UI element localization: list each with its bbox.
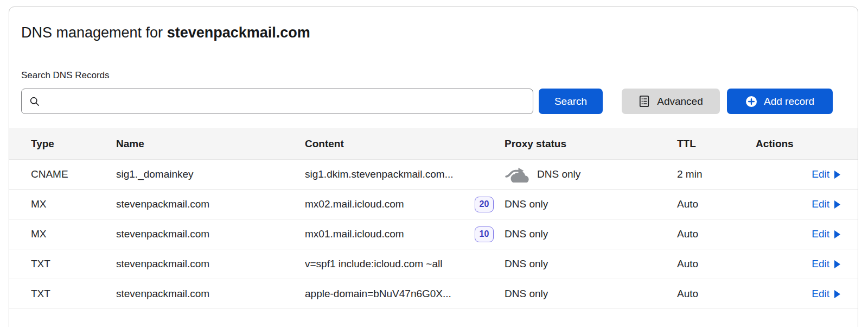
table-body: CNAME sig1._domainkey sig1.dkim.stevenpa… — [9, 160, 858, 309]
search-button[interactable]: Search — [539, 89, 603, 114]
dns-records-table: Type Name Content Proxy status TTL Actio… — [9, 128, 858, 309]
proxy-status-cell: DNS only — [505, 258, 677, 270]
edit-caret-icon — [834, 290, 840, 298]
edit-link[interactable]: Edit — [812, 258, 840, 270]
record-content: sig1.dkim.stevenpackmail.com... — [305, 168, 505, 180]
add-record-button[interactable]: Add record — [727, 89, 833, 114]
actions-cell: Edit — [756, 198, 840, 210]
edit-caret-icon — [834, 200, 840, 209]
dns-only-cloud-icon — [505, 166, 529, 183]
edit-link[interactable]: Edit — [812, 228, 840, 240]
edit-link-label: Edit — [812, 228, 829, 240]
advanced-button[interactable]: Advanced — [622, 89, 720, 114]
add-record-button-label: Add record — [764, 96, 814, 108]
record-ttl: Auto — [677, 258, 756, 270]
search-input-box[interactable] — [21, 89, 533, 114]
edit-caret-icon — [834, 171, 840, 179]
actions-cell: Edit — [756, 228, 840, 240]
record-content-text: mx02.mail.icloud.com — [305, 198, 404, 210]
plus-circle-icon — [745, 96, 757, 108]
record-name: stevenpackmail.com — [116, 228, 305, 240]
edit-link-label: Edit — [812, 288, 829, 300]
page-title: DNS management for stevenpackmail.com — [21, 23, 858, 42]
domain-name: stevenpackmail.com — [167, 24, 310, 41]
edit-link[interactable]: Edit — [812, 198, 840, 210]
column-header-ttl: TTL — [677, 138, 756, 150]
search-label: Search DNS Records — [21, 70, 858, 81]
edit-link[interactable]: Edit — [812, 288, 840, 300]
record-ttl: Auto — [677, 228, 756, 240]
record-type: TXT — [31, 258, 116, 270]
record-type: MX — [31, 198, 116, 210]
edit-caret-icon — [834, 230, 840, 238]
record-name: sig1._domainkey — [116, 168, 305, 180]
proxy-status-text: DNS only — [505, 258, 548, 270]
actions-cell: Edit — [756, 258, 840, 270]
proxy-status-text: DNS only — [505, 228, 548, 240]
table-header-row: Type Name Content Proxy status TTL Actio… — [9, 128, 858, 160]
dns-management-card: DNS management for stevenpackmail.com Se… — [9, 7, 858, 327]
table-row: TXT stevenpackmail.com apple-domain=bNuV… — [9, 279, 858, 309]
edit-link-label: Edit — [812, 258, 829, 270]
search-input[interactable] — [46, 95, 525, 108]
record-ttl: Auto — [677, 288, 756, 300]
edit-link-label: Edit — [812, 198, 829, 210]
edit-link[interactable]: Edit — [812, 168, 840, 180]
record-ttl: 2 min — [677, 168, 756, 180]
record-type: TXT — [31, 288, 116, 300]
record-content-text: apple-domain=bNuV47n6G0X... — [305, 288, 451, 300]
record-content: apple-domain=bNuV47n6G0X... — [305, 288, 505, 300]
column-header-name: Name — [116, 138, 305, 150]
list-document-icon — [639, 95, 650, 108]
column-header-proxy-status: Proxy status — [505, 138, 677, 150]
proxy-status-cell: DNS only — [505, 288, 677, 300]
record-name: stevenpackmail.com — [116, 198, 305, 210]
record-type: MX — [31, 228, 116, 240]
record-content: mx02.mail.icloud.com 20 — [305, 197, 505, 212]
table-row: CNAME sig1._domainkey sig1.dkim.stevenpa… — [9, 160, 858, 190]
search-controls-row: Search Advanced Add record — [21, 89, 846, 114]
advanced-button-label: Advanced — [657, 96, 703, 108]
actions-cell: Edit — [756, 168, 840, 180]
proxy-status-cell: DNS only — [505, 228, 677, 240]
table-row: MX stevenpackmail.com mx02.mail.icloud.c… — [9, 190, 858, 219]
table-row: MX stevenpackmail.com mx01.mail.icloud.c… — [9, 219, 858, 249]
record-name: stevenpackmail.com — [116, 258, 305, 270]
actions-cell: Edit — [756, 288, 840, 300]
magnifier-icon — [29, 96, 40, 107]
table-row: TXT stevenpackmail.com v=spf1 include:ic… — [9, 249, 858, 279]
record-type: CNAME — [31, 168, 116, 180]
proxy-status-text: DNS only — [537, 168, 580, 180]
column-header-content: Content — [305, 138, 505, 150]
record-content: v=spf1 include:icloud.com ~all — [305, 258, 505, 270]
proxy-status-text: DNS only — [505, 288, 548, 300]
proxy-status-cell: DNS only — [505, 198, 677, 210]
proxy-status-cell: DNS only — [505, 166, 677, 183]
record-content-text: sig1.dkim.stevenpackmail.com... — [305, 168, 454, 180]
column-header-type: Type — [31, 138, 116, 150]
record-name: stevenpackmail.com — [116, 288, 305, 300]
page-title-prefix: DNS management for — [21, 24, 167, 41]
proxy-status-text: DNS only — [505, 198, 548, 210]
edit-link-label: Edit — [812, 168, 829, 180]
column-header-actions: Actions — [756, 138, 840, 150]
record-content-text: v=spf1 include:icloud.com ~all — [305, 258, 442, 270]
record-content: mx01.mail.icloud.com 10 — [305, 227, 505, 242]
mx-priority-badge: 20 — [475, 197, 494, 212]
mx-priority-badge: 10 — [475, 227, 494, 242]
edit-caret-icon — [834, 260, 840, 268]
record-content-text: mx01.mail.icloud.com — [305, 228, 404, 240]
record-ttl: Auto — [677, 198, 756, 210]
